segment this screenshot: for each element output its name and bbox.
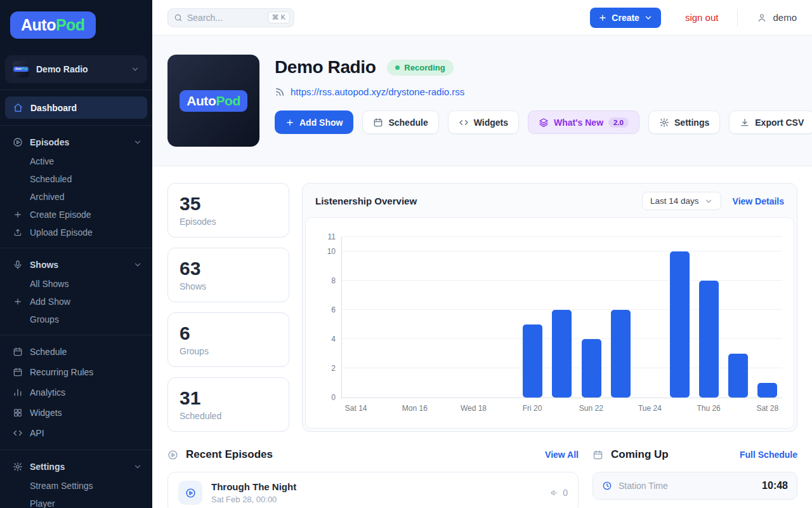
view-all-link[interactable]: View All: [545, 450, 579, 460]
chart-y-tick-label: 11: [328, 232, 336, 241]
stat-value: 35: [180, 193, 277, 215]
sidebar-item-widgets[interactable]: Widgets: [0, 403, 152, 423]
listenership-chart-card: Listenership Overview Last 14 days View …: [302, 183, 797, 432]
add-show-button[interactable]: Add Show: [275, 110, 353, 134]
sidebar: AutoPod AutoPod Demo Radio Dashboard Epi…: [0, 0, 152, 508]
microphone-icon: [13, 260, 23, 270]
widgets-button[interactable]: Widgets: [448, 110, 519, 134]
chart-x-tick-label: [488, 404, 518, 413]
sidebar-item-add-show[interactable]: Add Show: [0, 293, 152, 311]
sidebar-section-settings[interactable]: Settings: [0, 457, 152, 477]
plus-icon: [13, 297, 22, 306]
full-schedule-link[interactable]: Full Schedule: [740, 450, 797, 460]
sidebar-item-active[interactable]: Active: [0, 152, 152, 170]
chart-x-tick-label: Thu 26: [694, 404, 723, 413]
recent-episodes-section: Recent Episodes View All Through The Nig…: [167, 448, 579, 508]
date-range-dropdown[interactable]: Last 14 days: [642, 192, 721, 210]
autopod-logo: AutoPod: [10, 11, 96, 39]
plus-icon: [598, 13, 607, 22]
chart-x-tick-label: [606, 404, 635, 413]
stat-label: Shows: [180, 281, 277, 291]
upload-icon: [13, 228, 22, 237]
chart-bar-slot: [665, 237, 694, 398]
chart-x-axis: Sat 14Mon 16Wed 18Fri 20Sun 22Tue 24Thu …: [341, 404, 782, 413]
chart-bar-slot: [488, 237, 518, 398]
sidebar-item-archived[interactable]: Archived: [0, 188, 152, 206]
sidebar-section-shows[interactable]: Shows: [0, 255, 152, 275]
chart-bar-slot: [518, 237, 547, 398]
stat-card-groups[interactable]: 6 Groups: [167, 312, 289, 367]
calendar-icon: [13, 347, 23, 357]
sidebar-item-create-episode[interactable]: Create Episode: [0, 206, 152, 224]
divider: [0, 335, 152, 335]
status-dot: [395, 65, 400, 70]
chart-x-tick-label: Tue 24: [635, 404, 664, 413]
chart-title: Listenership Overview: [315, 196, 417, 206]
schedule-button[interactable]: Schedule: [362, 110, 438, 134]
user-menu[interactable]: demo: [757, 12, 797, 23]
whats-new-button[interactable]: What's New 2.0: [528, 110, 639, 134]
station-selector[interactable]: AutoPod Demo Radio: [5, 55, 147, 83]
chart-bar-slot: [430, 237, 459, 398]
sign-out-link[interactable]: sign out: [685, 12, 719, 23]
page-title: Demo Radio: [275, 57, 376, 77]
chart-plot-area: 024681011 Sat 14Mon 16Wed 18Fri 20Sun 22…: [305, 217, 794, 429]
sidebar-item-schedule[interactable]: Schedule: [0, 342, 152, 362]
stat-value: 31: [180, 387, 277, 409]
station-logo-thumb: AutoPod: [13, 61, 29, 77]
chart-x-tick-label: Mon 16: [400, 404, 429, 413]
user-icon: [757, 13, 767, 23]
search-shortcut-badge: ⌘ K: [268, 11, 290, 23]
sidebar-item-dashboard[interactable]: Dashboard: [5, 97, 147, 119]
station-header: AutoPod Demo Radio Recording https://rss…: [152, 36, 812, 166]
rss-feed-link[interactable]: https://rss.autopod.xyz/drystone-radio.r…: [291, 86, 464, 97]
sidebar-item-analytics[interactable]: Analytics: [0, 382, 152, 403]
settings-button[interactable]: Settings: [648, 110, 720, 134]
view-details-link[interactable]: View Details: [733, 196, 784, 206]
code-icon: [459, 117, 469, 128]
stat-card-shows[interactable]: 63 Shows: [167, 248, 289, 302]
sidebar-section-episodes[interactable]: Episodes: [0, 132, 152, 152]
create-button[interactable]: Create: [590, 8, 661, 28]
station-time-value: 10:48: [762, 480, 788, 491]
sidebar-item-upload-episode[interactable]: Upload Episode: [0, 224, 152, 241]
sidebar-item-recurring-rules[interactable]: Recurring Rules: [0, 362, 152, 382]
chart-x-tick-label: Sat 14: [341, 404, 370, 413]
search-icon: [174, 13, 183, 22]
gear-icon: [13, 462, 23, 472]
chart-plot: 024681011: [341, 237, 782, 398]
search-input[interactable]: [187, 13, 263, 23]
code-icon: [13, 428, 23, 438]
version-badge: 2.0: [608, 117, 629, 128]
chart-y-tick-label: 0: [331, 393, 336, 402]
stat-card-episodes[interactable]: 35 Episodes: [167, 183, 289, 237]
sidebar-item-all-shows[interactable]: All Shows: [0, 275, 152, 293]
section-title: Coming Up: [611, 448, 669, 461]
stat-value: 63: [180, 258, 277, 279]
sidebar-item-scheduled[interactable]: Scheduled: [0, 170, 152, 188]
topbar: ⌘ K Create sign out demo: [152, 0, 812, 36]
sidebar-item-stream-settings[interactable]: Stream Settings: [0, 477, 152, 495]
chart-bar: [670, 251, 690, 398]
export-csv-button[interactable]: Export CSV: [729, 110, 812, 134]
clock-icon: [602, 481, 612, 491]
chart-bar-slot: [342, 237, 371, 398]
calendar-icon: [593, 450, 603, 460]
sidebar-item-groups[interactable]: Groups: [0, 311, 152, 328]
episode-play-icon[interactable]: [178, 481, 202, 505]
chart-y-tick-label: 8: [331, 276, 336, 285]
episode-row[interactable]: Through The Night Sat Feb 28, 00:00 0: [168, 472, 578, 508]
sidebar-item-api[interactable]: API: [0, 423, 152, 443]
chart-bar-slot: [606, 237, 635, 398]
chart-bars: [342, 237, 782, 398]
gear-icon: [659, 117, 669, 128]
divider: [0, 450, 152, 450]
chart-x-tick-label: [547, 404, 576, 413]
stat-card-scheduled[interactable]: 31 Scheduled: [167, 377, 289, 432]
stat-value: 6: [180, 323, 277, 344]
sidebar-item-player[interactable]: Player: [0, 495, 152, 508]
divider: [0, 125, 152, 126]
search-input-wrap[interactable]: ⌘ K: [167, 8, 294, 27]
chevron-down-icon: [133, 138, 142, 147]
chart-x-tick-label: Sun 22: [577, 404, 606, 413]
